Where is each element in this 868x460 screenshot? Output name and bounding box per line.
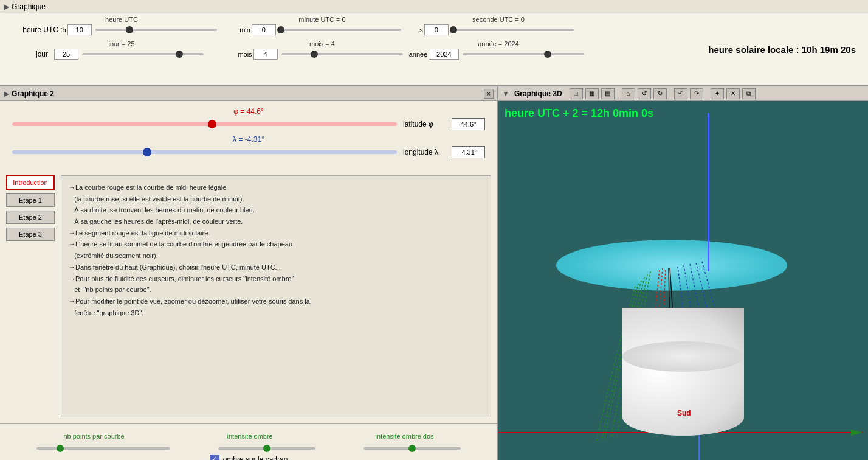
- toolbar-btn-redo[interactable]: ↻: [653, 88, 667, 99]
- toolbar-btn-close[interactable]: ✕: [726, 88, 740, 99]
- toolbar-btn-star[interactable]: ✦: [711, 88, 724, 99]
- cylinder-top: [622, 341, 744, 372]
- annee-title: année = 2024: [478, 40, 519, 47]
- intensite-label: intensité ombre: [227, 433, 273, 440]
- main-area: ▶ Graphique 2 × φ = 44.6° latitude φ λ =…: [0, 86, 868, 460]
- info-line-6: (extrémité du segment noir).: [69, 250, 483, 262]
- close-button[interactable]: ×: [484, 89, 494, 99]
- info-line-1: (la courbe rose, si elle est visible est…: [69, 193, 483, 205]
- buttons-col: Introduction Étape 1 Étape 2 Étape 3: [6, 175, 55, 417]
- toolbar-btn-left[interactable]: ↶: [674, 88, 687, 99]
- solar-time: heure solaire locale : 10h 19m 20s: [708, 44, 856, 55]
- etape1-button[interactable]: Étape 1: [6, 193, 55, 207]
- mois-label: mois: [238, 51, 252, 58]
- s-slider[interactable]: [452, 29, 574, 31]
- lat-slider[interactable]: [12, 122, 397, 126]
- left-panel-arrow: ▶: [4, 89, 9, 98]
- jour-label: jour: [36, 50, 54, 58]
- right-panel: ▼ Graphique 3D □ ▦ ▤ ⌂ ↺ ↻ ↶ ↷ ✦ ✕ ⧉ heu…: [498, 86, 868, 460]
- bottom-sliders: nb points par courbe intensité ombre int…: [0, 423, 497, 460]
- min-prefix: min: [239, 26, 250, 33]
- heure-slider[interactable]: [95, 29, 217, 31]
- lon-label: longitude λ: [403, 148, 452, 156]
- blue-vertical-axis: [708, 113, 709, 271]
- intensite-dos-label: intensité ombre dos: [376, 433, 434, 440]
- scene-container: Sud: [498, 101, 868, 460]
- ombre-label: ombre sur le cadran: [223, 455, 288, 461]
- sud-label: Sud: [677, 409, 691, 417]
- etape2-button[interactable]: Étape 2: [6, 211, 55, 224]
- lon-row: longitude λ: [12, 146, 485, 158]
- left-panel-header: ▶ Graphique 2 ×: [0, 86, 497, 101]
- heure-label: heure UTC :: [22, 26, 62, 34]
- s-prefix: s: [419, 26, 423, 33]
- phi-label: φ = 44.6°: [233, 107, 264, 116]
- annee-input[interactable]: [429, 49, 459, 60]
- right-panel-title: Graphique 3D: [514, 89, 562, 98]
- toolbar-btn-home[interactable]: ⌂: [622, 88, 635, 99]
- min-slider[interactable]: [280, 29, 401, 31]
- lon-input[interactable]: [452, 146, 485, 158]
- jour-slider[interactable]: [82, 53, 204, 55]
- content-area: Introduction Étape 1 Étape 2 Étape 3 →La…: [0, 169, 497, 423]
- topbar-arrow: ▶: [4, 2, 9, 11]
- green-arrow-head: [851, 430, 863, 436]
- left-panel-title: Graphique 2: [12, 89, 54, 98]
- cyan-disk: [556, 240, 787, 291]
- info-line-5: →L'heure se lit au sommet de la courbe d…: [69, 239, 483, 250]
- info-line-2: À sa droite se trouvent les heures du ma…: [69, 204, 483, 216]
- jour-input[interactable]: [54, 49, 78, 60]
- lon-slider[interactable]: [12, 150, 397, 154]
- info-text: →La courbe rouge est la courbe de midi h…: [61, 175, 491, 417]
- h-prefix: h: [63, 26, 66, 33]
- jour-title: jour = 25: [108, 40, 134, 47]
- heure-title: heure UTC: [105, 16, 138, 23]
- annee-label: année: [409, 51, 428, 58]
- lat-label: latitude φ: [403, 120, 452, 128]
- toolbar-btn-right[interactable]: ↷: [690, 88, 703, 99]
- mois-title: mois = 4: [309, 40, 335, 47]
- heure-input[interactable]: [67, 24, 92, 35]
- lat-input[interactable]: [452, 118, 485, 130]
- checkbox-row: ✓ ombre sur le cadran: [12, 455, 485, 461]
- toolbar-btn-lines[interactable]: ▤: [601, 88, 615, 99]
- ombre-checkbox[interactable]: ✓: [210, 455, 219, 461]
- info-line-10: →Pour modifier le point de vue, zoomer o…: [69, 296, 483, 307]
- left-panel: ▶ Graphique 2 × φ = 44.6° latitude φ λ =…: [0, 86, 498, 460]
- info-line-3: À sa gauche les heures de l'après-midi, …: [69, 216, 483, 228]
- toolbar-btn-undo[interactable]: ↺: [638, 88, 651, 99]
- s-input[interactable]: [424, 24, 449, 35]
- topbar: ▶ Graphique: [0, 0, 868, 13]
- info-line-4: →Le segment rouge est la ligne de midi s…: [69, 228, 483, 239]
- mois-input[interactable]: [253, 49, 278, 60]
- graph3d-area[interactable]: heure UTC + 2 = 12h 0min 0s: [498, 101, 868, 460]
- lat-row: latitude φ: [12, 118, 485, 130]
- info-line-0: →La courbe rouge est la courbe de midi h…: [69, 182, 483, 193]
- s-title: seconde UTC = 0: [472, 16, 525, 23]
- controls-panel: heure UTC heure UTC : h minute UTC = 0 m…: [0, 13, 868, 86]
- annee-slider[interactable]: [463, 53, 584, 55]
- min-input[interactable]: [252, 24, 276, 35]
- right-panel-arrow: ▼: [502, 89, 509, 98]
- info-line-11: fenêtre "graphique 3D".: [69, 307, 483, 319]
- nb-points-slider[interactable]: [36, 447, 170, 450]
- topbar-title: Graphique: [12, 2, 46, 11]
- right-panel-header: ▼ Graphique 3D □ ▦ ▤ ⌂ ↺ ↻ ↶ ↷ ✦ ✕ ⧉: [498, 86, 868, 101]
- toolbar-btn-square[interactable]: □: [570, 88, 583, 99]
- info-line-7: →Dans fenêtre du haut (Graphique), chois…: [69, 262, 483, 273]
- introduction-button[interactable]: Introduction: [6, 175, 55, 190]
- info-line-9: et "nb points par courbe".: [69, 284, 483, 296]
- info-line-8: →Pour plus de fluidité des curseurs, dim…: [69, 273, 483, 285]
- nb-points-label: nb points par courbe: [63, 433, 124, 440]
- intensite-slider[interactable]: [218, 447, 315, 450]
- intensite-dos-slider[interactable]: [363, 447, 461, 450]
- coord-panel: φ = 44.6° latitude φ λ = -4.31° longitud…: [0, 101, 497, 169]
- mois-slider[interactable]: [281, 53, 403, 55]
- lambda-label: λ = -4.31°: [233, 135, 264, 144]
- toolbar-btn-expand[interactable]: ⧉: [742, 88, 756, 99]
- min-title: minute UTC = 0: [298, 16, 345, 23]
- toolbar-btn-grid[interactable]: ▦: [585, 88, 599, 99]
- etape3-button[interactable]: Étape 3: [6, 228, 55, 241]
